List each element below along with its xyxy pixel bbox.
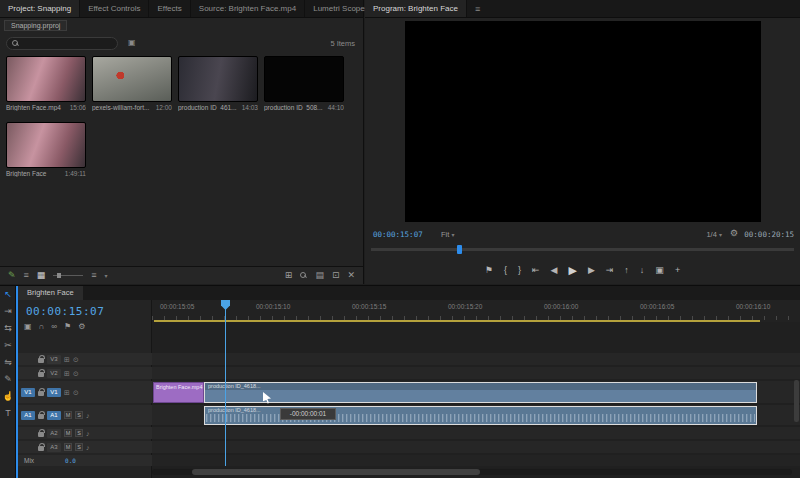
bin-filter-icon[interactable]: ▣ [128, 38, 136, 47]
source-patch[interactable] [21, 443, 35, 452]
clip-thumbnail[interactable] [264, 56, 344, 102]
scrubber-track[interactable] [371, 248, 794, 251]
solo-button[interactable]: S [75, 443, 83, 451]
sequence-thumbnail[interactable] [6, 122, 86, 168]
sort-icon[interactable]: ≡ [91, 271, 96, 280]
find-icon[interactable] [300, 272, 307, 279]
track-lane-v2[interactable] [152, 367, 800, 379]
ripple-edit-tool[interactable]: ⇆ [0, 320, 16, 337]
scrollbar-thumb[interactable] [794, 380, 799, 422]
master-level-value[interactable]: 0.0 [65, 457, 76, 464]
track-output-icon[interactable]: ⊙ [73, 370, 79, 377]
go-to-in-icon[interactable]: ⇤ [532, 265, 540, 275]
source-patch[interactable] [21, 429, 35, 438]
track-output-icon[interactable]: ⊙ [73, 356, 79, 363]
timeline-clip-brighten-face[interactable]: Brighten Face.mp4 [153, 382, 204, 403]
mark-out-icon[interactable]: } [518, 265, 521, 275]
source-patch-a1[interactable]: A1 [21, 411, 35, 420]
scrubber-playhead[interactable] [457, 245, 462, 254]
go-to-out-icon[interactable]: ⇥ [606, 265, 614, 275]
new-bin-icon[interactable]: ▤ [315, 271, 324, 280]
tab-source-monitor[interactable]: Source: Brighten Face.mp4 [191, 0, 305, 17]
tab-program[interactable]: Program: Brighten Face [365, 0, 467, 17]
sync-lock-icon[interactable]: ⊞ [64, 356, 70, 363]
timeline-clip-video-selected[interactable]: production ID_4618... [204, 382, 757, 403]
mark-in-icon[interactable]: { [504, 265, 507, 275]
clip-thumbnail[interactable] [178, 56, 258, 102]
snap-icon[interactable]: ∩ [39, 323, 45, 331]
track-lock-icon[interactable] [38, 446, 44, 451]
list-view-icon[interactable]: ≡ [24, 271, 29, 280]
timeline-timecode[interactable]: 00:00:15:07 [26, 305, 104, 318]
track-lane-mix[interactable] [152, 455, 800, 466]
track-lock-icon[interactable] [38, 432, 44, 437]
track-lock-icon[interactable] [38, 414, 44, 419]
timeline-settings-icon[interactable]: ⚙ [78, 323, 85, 331]
new-item-icon[interactable]: ⊡ [332, 271, 340, 280]
voiceover-record-icon[interactable]: ♪ [86, 412, 90, 419]
track-select-tool[interactable]: ⇥ [0, 303, 16, 320]
clip-thumbnail[interactable] [6, 56, 86, 102]
tab-project[interactable]: Project: Snapping [0, 0, 80, 17]
playback-resolution-dropdown[interactable]: 1/4 ▾ [706, 230, 722, 239]
solo-button[interactable]: S [75, 411, 83, 419]
zoom-level-dropdown[interactable]: Fit ▾ [441, 230, 454, 239]
solo-button[interactable]: S [75, 429, 83, 437]
track-lane-a3[interactable] [152, 441, 800, 453]
playhead-line[interactable] [225, 300, 226, 466]
button-editor-icon[interactable]: + [675, 265, 680, 275]
track-target-a1[interactable]: A1 [47, 411, 61, 420]
selection-tool[interactable]: ↖ [0, 286, 16, 303]
track-target-v2[interactable]: V2 [47, 369, 61, 378]
mute-button[interactable]: M [64, 443, 72, 451]
track-lock-icon[interactable] [38, 391, 44, 396]
mute-button[interactable]: M [64, 429, 72, 437]
source-patch[interactable] [21, 369, 35, 378]
source-patch[interactable] [21, 355, 35, 364]
linked-selection-icon[interactable]: ∞ [51, 323, 57, 331]
vertical-scrollbar[interactable] [794, 322, 799, 462]
current-timecode[interactable]: 00:00:15:07 [373, 230, 423, 239]
add-marker-icon[interactable]: ⚑ [485, 265, 493, 275]
track-lock-icon[interactable] [38, 372, 44, 377]
icon-view-icon[interactable]: ▦ [37, 271, 46, 280]
track-target-a3[interactable]: A3 [47, 443, 61, 452]
scrollbar-thumb[interactable] [192, 469, 480, 475]
list-item[interactable]: Brighten Face.mp415:06 [6, 56, 90, 111]
delete-icon[interactable]: ✕ [347, 271, 355, 280]
track-lane-v3[interactable] [152, 353, 800, 365]
panel-menu-icon[interactable]: ≡ [469, 0, 486, 17]
clip-thumbnail[interactable] [92, 56, 172, 102]
horizontal-scrollbar[interactable] [152, 469, 792, 475]
track-target-v3[interactable]: V3 [47, 355, 61, 364]
add-marker-icon[interactable]: ⚑ [64, 323, 71, 331]
export-frame-icon[interactable]: ▣ [655, 265, 664, 275]
nest-toggle-icon[interactable]: ▣ [24, 323, 32, 331]
sync-lock-icon[interactable]: ⊞ [64, 389, 70, 396]
slip-tool[interactable]: ⇋ [0, 354, 16, 371]
extract-icon[interactable]: ↓ [640, 265, 645, 275]
step-forward-icon[interactable]: ▶ [588, 265, 595, 275]
automate-to-sequence-icon[interactable]: ⊞ [285, 271, 293, 280]
razor-tool[interactable]: ✂ [0, 337, 16, 354]
time-ruler[interactable]: 00:00:15:05 00:00:15:10 00:00:15:15 00:0… [152, 300, 800, 322]
track-target-v1[interactable]: V1 [47, 388, 61, 397]
step-back-icon[interactable]: ◀ [551, 265, 558, 275]
voiceover-record-icon[interactable]: ♪ [86, 444, 90, 451]
zoom-slider[interactable] [53, 275, 83, 276]
search-box[interactable] [6, 37, 118, 50]
tab-effect-controls[interactable]: Effect Controls [80, 0, 149, 17]
track-lane-a2[interactable] [152, 427, 800, 439]
mute-button[interactable]: M [64, 411, 72, 419]
search-input[interactable] [23, 40, 112, 47]
type-tool[interactable]: T [0, 405, 16, 422]
list-item[interactable]: production ID_461...14:03 [178, 56, 262, 111]
voiceover-record-icon[interactable]: ♪ [86, 430, 90, 437]
hand-tool[interactable]: ☝ [0, 388, 16, 405]
settings-icon[interactable]: ⚙ [730, 229, 738, 238]
source-patch-v1[interactable]: V1 [21, 388, 35, 397]
lift-icon[interactable]: ↑ [624, 265, 629, 275]
pen-tool[interactable]: ✎ [0, 371, 16, 388]
list-item[interactable]: production ID_508...44:10 [264, 56, 348, 111]
tab-sequence[interactable]: Brighten Face [18, 286, 83, 300]
